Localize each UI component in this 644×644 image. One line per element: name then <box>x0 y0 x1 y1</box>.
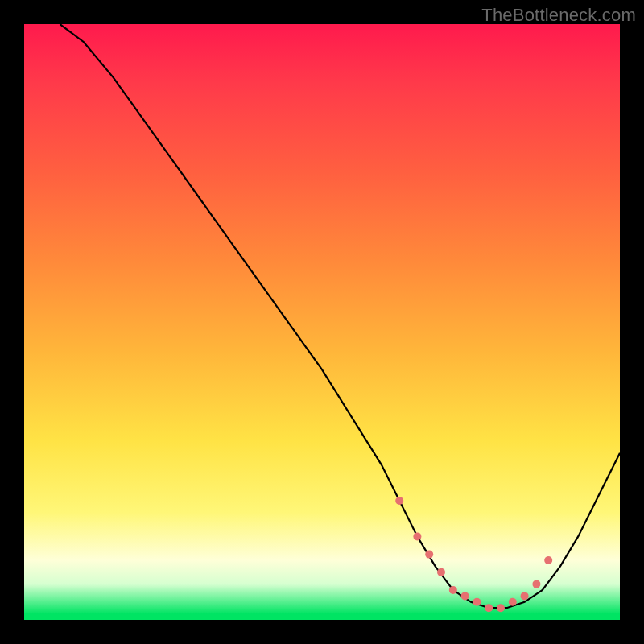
marker-dot <box>521 592 529 600</box>
optimal-range-markers <box>395 497 552 612</box>
marker-dot <box>413 532 421 540</box>
marker-dot <box>461 592 469 600</box>
marker-dot <box>497 604 505 612</box>
curve-layer <box>24 24 620 620</box>
watermark-text: TheBottleneck.com <box>481 5 636 26</box>
marker-dot <box>425 551 433 559</box>
marker-dot <box>473 598 481 606</box>
marker-dot <box>395 497 403 505</box>
marker-dot <box>449 586 457 594</box>
marker-dot <box>544 556 552 564</box>
marker-dot <box>437 568 445 576</box>
chart-frame: TheBottleneck.com <box>0 0 644 644</box>
marker-dot <box>485 604 493 612</box>
marker-dot <box>532 580 540 588</box>
marker-dot <box>509 598 517 606</box>
plot-area <box>24 24 620 620</box>
bottleneck-curve-path <box>60 24 620 608</box>
